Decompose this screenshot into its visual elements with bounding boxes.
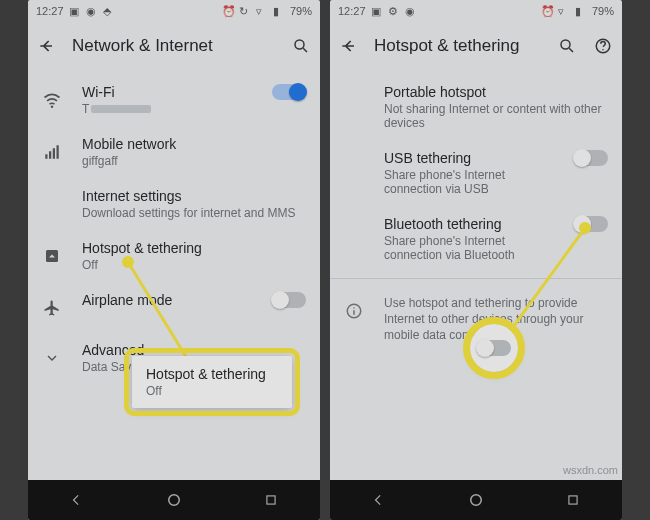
watermark: wsxdn.com [563, 464, 618, 476]
item-label: Wi-Fi [82, 84, 254, 100]
wifi-icon [38, 86, 66, 114]
image-icon: ▣ [371, 5, 383, 17]
status-battery: 79% [592, 5, 614, 17]
item-label: Mobile network [82, 136, 306, 152]
nav-home[interactable] [163, 489, 185, 511]
nav-back[interactable] [368, 489, 390, 511]
settings-dot-icon: ◉ [405, 5, 417, 17]
item-sub: Download settings for internet and MMS [82, 206, 306, 220]
nav-back[interactable] [66, 489, 88, 511]
item-label: Hotspot & tethering [82, 240, 306, 256]
app-bar: Network & Internet [28, 22, 320, 70]
svg-point-0 [295, 40, 304, 49]
search-button[interactable] [290, 35, 312, 57]
wifi-icon: ▿ [256, 5, 268, 17]
item-bluetooth-tethering[interactable]: Bluetooth tethering Share phone's Intern… [330, 206, 622, 272]
item-label: Internet settings [82, 188, 306, 204]
svg-rect-22 [569, 496, 577, 504]
image-icon: ▣ [69, 5, 81, 17]
item-usb-tethering[interactable]: USB tethering Share phone's Internet con… [330, 140, 622, 206]
nav-bar [330, 480, 622, 520]
svg-rect-6 [57, 145, 59, 159]
callout-sub: Off [146, 384, 278, 398]
hotspot-icon [38, 242, 66, 270]
svg-line-13 [569, 48, 573, 52]
svg-point-12 [561, 40, 570, 49]
airplane-toggle[interactable] [272, 292, 306, 308]
signal-icon: ▮ [273, 5, 285, 17]
back-button[interactable] [36, 35, 58, 57]
pin-icon: ⬘ [103, 5, 115, 17]
page-title: Network & Internet [72, 36, 276, 56]
signal-icon: ▮ [575, 5, 587, 17]
svg-point-21 [471, 495, 482, 506]
item-sub: Share phone's Internet connection via Bl… [384, 234, 556, 262]
svg-point-18 [353, 307, 355, 309]
bluetooth-toggle[interactable] [574, 216, 608, 232]
chevron-down-icon [38, 344, 66, 372]
item-wifi[interactable]: Wi-Fi T [28, 74, 320, 126]
item-label: Portable hotspot [384, 84, 608, 100]
svg-point-10 [169, 495, 180, 506]
airplane-icon [38, 294, 66, 322]
item-sub: T [82, 102, 254, 116]
nav-home[interactable] [465, 489, 487, 511]
status-time: 12:27 [338, 5, 366, 17]
svg-point-15 [602, 49, 604, 51]
app-bar: Hotspot & tethering [330, 22, 622, 70]
search-button[interactable] [556, 35, 578, 57]
settings-list: Portable hotspot Not sharing Internet or… [330, 70, 622, 358]
item-sub: Share phone's Internet connection via US… [384, 168, 556, 196]
bulb-icon: ⚙ [388, 5, 400, 17]
back-button[interactable] [338, 35, 360, 57]
callout-toggle[interactable] [477, 340, 511, 356]
nav-recent[interactable] [260, 489, 282, 511]
item-label: Bluetooth tethering [384, 216, 556, 232]
nav-recent[interactable] [562, 489, 584, 511]
callout-switch [470, 324, 518, 372]
svg-rect-5 [53, 148, 55, 159]
item-sub: Off [82, 258, 306, 272]
settings-dot-icon: ◉ [86, 5, 98, 17]
wifi-icon: ▿ [558, 5, 570, 17]
svg-point-2 [51, 105, 54, 108]
status-time: 12:27 [36, 5, 64, 17]
sync-icon: ↻ [239, 5, 251, 17]
item-airplane-mode[interactable]: Airplane mode [28, 282, 320, 332]
callout-label: Hotspot & tethering [146, 366, 278, 382]
item-sub: giffgaff [82, 154, 306, 168]
item-mobile-network[interactable]: Mobile network giffgaff [28, 126, 320, 178]
status-bar: 12:27 ▣ ◉ ⬘ ⏰ ↻ ▿ ▮ 79% [28, 0, 320, 22]
callout-hotspot: Hotspot & tethering Off [132, 356, 292, 408]
status-bar: 12:27 ▣ ⚙ ◉ ⏰ ▿ ▮ 79% [330, 0, 622, 22]
wifi-toggle[interactable] [272, 84, 306, 100]
info-icon [340, 297, 368, 325]
help-button[interactable] [592, 35, 614, 57]
item-internet-settings[interactable]: Internet settings Download settings for … [28, 178, 320, 230]
svg-rect-11 [267, 496, 275, 504]
item-label: Airplane mode [82, 292, 254, 308]
svg-rect-3 [45, 154, 47, 159]
item-sub: Not sharing Internet or content with oth… [384, 102, 608, 130]
nav-bar [28, 480, 320, 520]
status-battery: 79% [290, 5, 312, 17]
item-hotspot[interactable]: Hotspot & tethering Off [28, 230, 320, 282]
page-title: Hotspot & tethering [374, 36, 542, 56]
usb-toggle[interactable] [574, 150, 608, 166]
item-label: USB tethering [384, 150, 556, 166]
svg-rect-4 [49, 151, 51, 159]
item-portable-hotspot[interactable]: Portable hotspot Not sharing Internet or… [330, 74, 622, 140]
divider [330, 278, 622, 279]
alarm-icon: ⏰ [222, 5, 234, 17]
settings-list: Wi-Fi T Mobile network giffgaff Internet… [28, 70, 320, 388]
svg-line-1 [303, 48, 307, 52]
phone-left: 12:27 ▣ ◉ ⬘ ⏰ ↻ ▿ ▮ 79% Network & Intern… [28, 0, 320, 520]
signal-bars-icon [38, 138, 66, 166]
alarm-icon: ⏰ [541, 5, 553, 17]
phone-right: 12:27 ▣ ⚙ ◉ ⏰ ▿ ▮ 79% Hotspot & tetherin… [330, 0, 622, 520]
